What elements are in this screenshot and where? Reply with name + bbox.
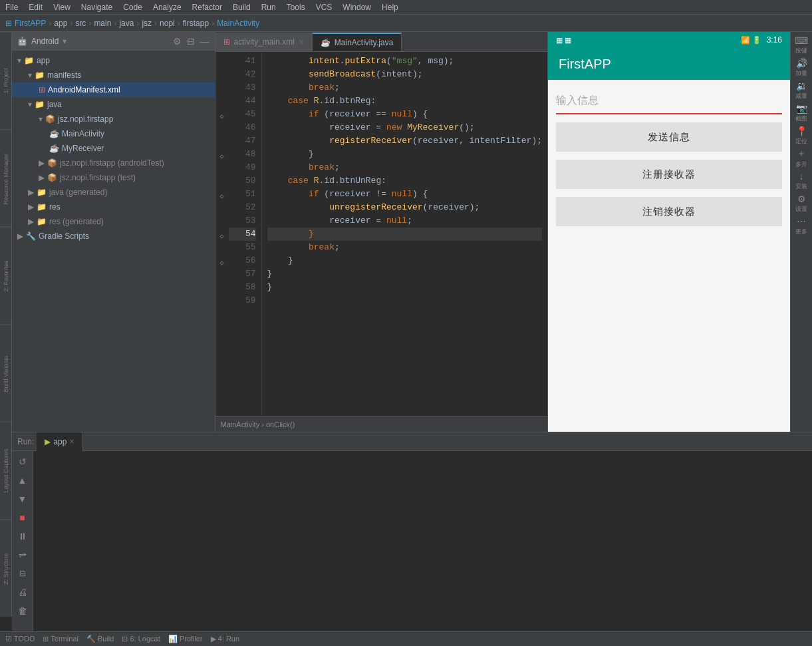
todo-button[interactable]: ☑ TODO [5,635,35,643]
structure-edge-label: Z: Structure [3,553,9,584]
emulator-content[interactable]: 发送信息 注册接收器 注销接收器 [548,80,790,432]
menu-help[interactable]: Help [382,3,398,12]
more-button[interactable]: ⋯ 更多 [791,216,812,237]
menu-build[interactable]: Build [233,3,251,12]
tree-res[interactable]: ▶ 📁 res [12,200,215,214]
tab-label-active: MainActivity.java [335,38,393,47]
tree-package-main[interactable]: ▾ 📦 jsz.nopi.firstapp [12,112,215,126]
run-tab[interactable]: ▶ app ✕ [37,432,83,451]
path-java[interactable]: java [119,19,134,28]
menu-tools[interactable]: Tools [287,3,305,12]
package-icon: 📦 [47,158,57,168]
tree-package-androidtest[interactable]: ▶ 📦 jsz.nopi.firstapp (androidTest) [12,156,215,170]
settings-icon[interactable]: ⊟ [187,36,195,47]
path-mainactivity[interactable]: MainActivity [217,19,259,28]
sidebar-item-layout-captures[interactable]: Layout Captures [0,422,11,520]
tree-java[interactable]: ▾ 📁 java [12,97,215,112]
terminal-button[interactable]: ⊞ Terminal [43,635,78,643]
path-src[interactable]: src [75,19,86,28]
profiler-button[interactable]: 📊 Profiler [168,635,203,643]
path-main[interactable]: main [94,19,111,28]
tree-app[interactable]: ▾ 📁 app [12,53,215,68]
menu-code[interactable]: Code [123,3,142,12]
settings-button[interactable]: ⚙ 设置 [791,193,812,214]
tab-mainactivity[interactable]: ☕ MainActivity.java [313,33,402,51]
path-app[interactable]: app [54,19,67,28]
volume-up-icon: 🔊 [796,58,807,69]
tree-myreceiver[interactable]: ☕ MyReceiver [12,141,215,156]
message-input[interactable] [556,88,782,114]
sidebar-item-build-variants[interactable]: Build Variants [0,325,11,422]
sidebar-item-structure[interactable]: Z: Structure [0,520,11,617]
build-button[interactable]: 🔨 Build [86,635,114,643]
multi-open-button[interactable]: ＋ 多开 [791,148,812,169]
tab-close-icon[interactable]: ✕ [69,438,74,445]
menu-view[interactable]: View [53,3,70,12]
menu-edit[interactable]: Edit [29,3,43,12]
path-jsz[interactable]: jsz [142,19,152,28]
menu-window[interactable]: Window [342,3,371,12]
scroll-up-button[interactable]: ▲ [15,472,31,488]
menu-vcs[interactable]: VCS [316,3,333,12]
logcat-button[interactable]: ⊟ 6: Logcat [122,635,160,643]
wrap-button[interactable]: ⇌ [15,547,31,563]
tree-label: java [47,100,62,109]
stop-button[interactable]: ■ [15,510,31,526]
tree-package-test[interactable]: ▶ 📦 jsz.nopi.firstapp (test) [12,170,215,185]
tree-mainactivity[interactable]: ☕ MainActivity [12,126,215,141]
volume-down-icon: 🔉 [796,81,807,91]
tree-label: jsz.nopi.firstapp (androidTest) [60,158,164,168]
folder-icon: 📁 [24,56,34,65]
volume-up-button[interactable]: 🔊 加量 [791,57,812,79]
menu-refactor[interactable]: Refactor [192,3,222,12]
path-firstapp[interactable]: FirstAPP [15,19,46,28]
sidebar-item-project[interactable]: 1: Project [0,32,11,130]
keyboard-button[interactable]: ⌨ 按键 [791,35,812,56]
align-button[interactable]: ⊟ [15,565,31,581]
path-nopi[interactable]: nopi [160,19,175,28]
toolbar-label: 截图 [795,114,807,123]
tree-manifests[interactable]: ▾ 📁 manifests [12,68,215,82]
gear-icon[interactable]: ⚙ [173,36,182,47]
register-receiver-button[interactable]: 注册接收器 [556,160,782,189]
folder-icon: 📁 [35,100,45,109]
tab-activity-main[interactable]: ⊞ activity_main.xml ✕ [215,33,313,51]
tree-res-generated[interactable]: ▶ 📁 res (generated) [12,214,215,229]
trash-button[interactable]: 🗑 [15,603,31,619]
run-output[interactable] [33,451,812,631]
tab-close[interactable]: ✕ [299,39,304,46]
java-icon: ☕ [49,144,59,153]
tree-label: jsz.nopi.firstapp (test) [60,173,136,182]
sidebar-item-resource-manager[interactable]: Resource Manager [0,130,11,228]
menu-run[interactable]: Run [261,3,276,12]
run-status-button[interactable]: ▶ 4: Run [211,635,239,643]
menu-navigate[interactable]: Navigate [81,3,112,12]
rerun-button[interactable]: ↺ [15,454,31,470]
menu-analyze[interactable]: Analyze [153,3,182,12]
android-icon: 🤖 [17,37,27,46]
expand-icon: ▶ [17,232,23,241]
screenshot-button[interactable]: 📷 截图 [791,102,812,124]
pause-button[interactable]: ⏸ [15,528,31,544]
tree-label: java (generated) [49,188,107,197]
tree-androidmanifest[interactable]: ⊞ AndroidManifest.xml [12,82,215,97]
sidebar-item-favorites[interactable]: 2: Favorites [0,227,11,325]
send-message-button[interactable]: 发送信息 [556,122,782,152]
app-title: FirstAPP [559,57,611,72]
tree-gradle[interactable]: ▶ 🔧 Gradle Scripts [12,229,215,243]
dropdown-icon[interactable]: ▾ [63,37,67,46]
unregister-receiver-button[interactable]: 注销接收器 [556,197,782,226]
minimize-icon[interactable]: — [200,36,209,47]
menu-file[interactable]: File [5,3,18,12]
time-display: 3:16 [767,35,782,45]
install-button[interactable]: ↓ 安装 [791,170,812,192]
print-button[interactable]: 🖨 [15,584,31,600]
scroll-down-button[interactable]: ▼ [15,491,31,507]
tree-java-generated[interactable]: ▶ 📁 java (generated) [12,185,215,200]
location-button[interactable]: 📍 定位 [791,125,812,146]
code-editor[interactable]: ◇ ◇ ◇ ◇ ◇ [215,52,548,416]
tree-label: AndroidManifest.xml [48,85,120,94]
volume-down-button[interactable]: 🔉 减量 [791,80,812,101]
code-content[interactable]: intent.putExtra("msg", msg); sendBroadca… [262,52,548,416]
path-firstapp2[interactable]: firstapp [183,19,209,28]
